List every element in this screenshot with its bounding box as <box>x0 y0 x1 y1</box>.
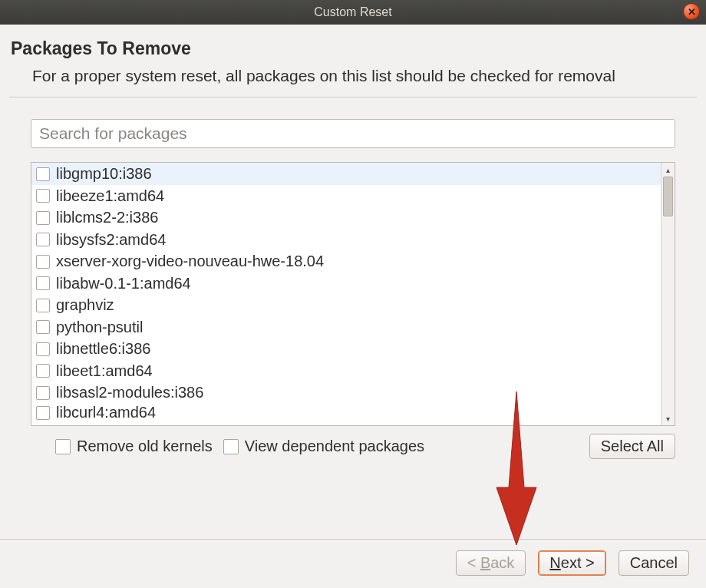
list-item[interactable]: libnettle6:i386 <box>31 338 661 360</box>
view-dependent-label: View dependent packages <box>245 438 424 455</box>
next-mnemonic: N <box>549 554 560 571</box>
close-button[interactable]: ✕ <box>683 3 700 20</box>
back-mnemonic: B <box>480 554 490 571</box>
scroll-track[interactable] <box>661 177 675 411</box>
list-item[interactable]: graphviz <box>31 294 661 316</box>
package-name: libabw-0.1-1:amd64 <box>56 275 191 292</box>
package-name: libeet1:amd64 <box>56 362 153 380</box>
search-wrapper <box>31 119 675 148</box>
package-name: python-psutil <box>56 319 143 336</box>
list-item[interactable]: libeeze1:amd64 <box>31 185 661 207</box>
package-list: libgmp10:i386libeeze1:amd64liblcms2-2:i3… <box>31 162 675 426</box>
package-name: libnettle6:i386 <box>56 340 150 358</box>
package-name: libsasl2-modules:i386 <box>56 384 203 401</box>
list-item[interactable]: xserver-xorg-video-nouveau-hwe-18.04 <box>31 250 661 273</box>
view-dependent-packages-option[interactable]: View dependent packages <box>223 438 424 455</box>
package-name: libeeze1:amd64 <box>56 187 164 205</box>
checkbox-icon[interactable] <box>223 439 239 454</box>
checkbox-icon[interactable] <box>36 233 50 246</box>
cancel-button[interactable]: Cancel <box>619 550 689 576</box>
list-item[interactable]: libsasl2-modules:i386 <box>31 382 661 404</box>
package-name: libgmp10:i386 <box>56 165 152 183</box>
checkbox-icon[interactable] <box>36 276 50 290</box>
package-list-inner[interactable]: libgmp10:i386libeeze1:amd64liblcms2-2:i3… <box>31 163 661 425</box>
checkbox-icon[interactable] <box>36 189 50 203</box>
package-name: liblcms2-2:i386 <box>56 209 158 226</box>
checkbox-icon[interactable] <box>36 167 50 181</box>
dialog-content: Packages To Remove For a proper system r… <box>0 25 706 459</box>
remove-old-kernels-label: Remove old kernels <box>77 438 213 455</box>
checkbox-icon[interactable] <box>36 386 50 400</box>
remove-old-kernels-option[interactable]: Remove old kernels <box>55 438 213 455</box>
list-item[interactable]: libsysfs2:amd64 <box>31 229 661 251</box>
checkbox-icon[interactable] <box>36 255 50 269</box>
package-name: graphviz <box>56 296 114 314</box>
search-input[interactable] <box>31 119 675 148</box>
list-item[interactable]: libeet1:amd64 <box>31 360 661 382</box>
package-name: libsysfs2:amd64 <box>56 231 166 249</box>
dialog-footer: < Back Next > Cancel <box>0 539 706 588</box>
scroll-down-icon[interactable]: ▾ <box>661 411 675 425</box>
close-icon: ✕ <box>688 7 696 17</box>
list-item[interactable]: liblcms2-2:i386 <box>31 206 661 229</box>
checkbox-icon[interactable] <box>36 320 50 334</box>
scrollbar[interactable]: ▴ ▾ <box>661 163 675 425</box>
divider <box>9 97 697 97</box>
list-item[interactable]: libcurl4:amd64 <box>31 404 661 422</box>
back-button: < Back <box>456 550 526 576</box>
checkbox-icon[interactable] <box>36 364 50 378</box>
package-name: xserver-xorg-video-nouveau-hwe-18.04 <box>56 253 324 270</box>
checkbox-icon[interactable] <box>55 439 71 454</box>
window-title: Custom Reset <box>314 5 391 19</box>
page-subtitle: For a proper system reset, all packages … <box>32 65 623 86</box>
scroll-thumb[interactable] <box>663 177 673 216</box>
list-item[interactable]: libgmp10:i386 <box>31 163 661 185</box>
checkbox-icon[interactable] <box>36 211 50 225</box>
page-title: Packages To Remove <box>11 38 697 59</box>
checkbox-icon[interactable] <box>36 342 50 356</box>
options-row: Remove old kernels View dependent packag… <box>31 434 675 459</box>
titlebar: Custom Reset ✕ <box>0 0 706 25</box>
list-item[interactable]: python-psutil <box>31 316 661 339</box>
list-item[interactable]: libabw-0.1-1:amd64 <box>31 273 661 295</box>
next-button[interactable]: Next > <box>538 550 605 576</box>
checkbox-icon[interactable] <box>36 299 50 312</box>
package-name: libcurl4:amd64 <box>56 404 156 421</box>
select-all-button[interactable]: Select All <box>589 434 675 459</box>
scroll-up-icon[interactable]: ▴ <box>661 163 675 177</box>
checkbox-icon[interactable] <box>36 406 50 420</box>
